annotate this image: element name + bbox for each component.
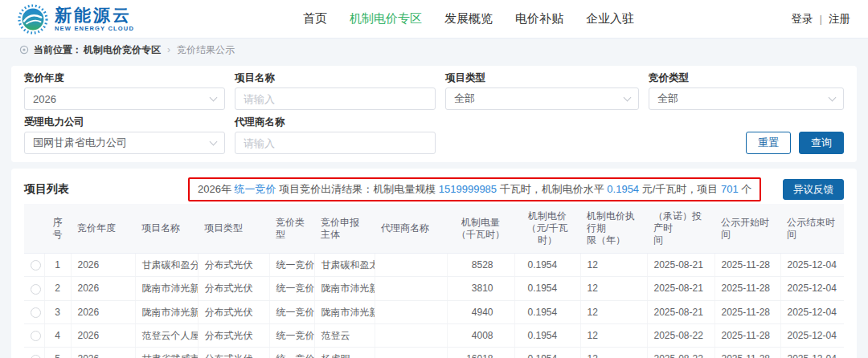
cell-price: 0.1954 bbox=[514, 348, 580, 358]
project-type-select[interactable]: 全部 bbox=[445, 87, 639, 110]
brand-logo: 新能源云 NEW ENERGY CLOUD bbox=[18, 4, 134, 35]
cell-project-type: 分布式光伏 bbox=[198, 323, 269, 347]
project-name-label: 项目名称 bbox=[235, 72, 436, 84]
header-bid-type: 竞价类型 bbox=[269, 204, 314, 254]
cell-seq: 1 bbox=[44, 254, 71, 277]
table-row: 2 2026 陇南市沛光新能... 分布式光伏 统一竞价 陇南市沛光新能... … bbox=[24, 277, 844, 300]
cell-project-name: 陇南市沛光新能... bbox=[135, 300, 198, 323]
cell-agent-name bbox=[375, 300, 447, 323]
summary-price-level: 0.1954 bbox=[607, 183, 639, 195]
breadcrumb-separator-icon: › bbox=[167, 44, 170, 55]
field-power-company: 受理电力公司 国网甘肃省电力公司 bbox=[24, 116, 225, 154]
agent-name-input[interactable] bbox=[235, 132, 436, 154]
header-agent-name: 代理商名称 bbox=[375, 204, 447, 254]
field-bid-type: 竞价类型 全部 bbox=[649, 72, 844, 110]
cell-publicity-start: 2025-11-28 bbox=[714, 300, 780, 323]
cell-agent-name bbox=[375, 323, 447, 347]
cell-commission-date: 2025-08-22 bbox=[647, 348, 714, 358]
cell-commission-date: 2025-08-22 bbox=[647, 323, 714, 347]
row-select-radio[interactable] bbox=[31, 284, 41, 295]
project-name-input[interactable] bbox=[235, 87, 436, 110]
cell-publicity-end: 2025-12-04 bbox=[780, 300, 844, 323]
cell-term: 12 bbox=[580, 277, 647, 300]
cell-project-name: 范登云个人屋顶... bbox=[135, 323, 198, 347]
project-table: 序号 竞价年度 项目名称 项目类型 竞价类型 竞价申报主体 代理商名称 机制电量… bbox=[24, 204, 844, 358]
header-bid-subject: 竞价申报主体 bbox=[314, 204, 375, 254]
row-select-radio[interactable] bbox=[31, 331, 41, 341]
cell-agent-name bbox=[375, 348, 447, 358]
cell-price: 0.1954 bbox=[514, 323, 580, 347]
brand-title: 新能源云 bbox=[55, 6, 134, 23]
summary-text: 千瓦时，机制电价水平 bbox=[497, 183, 607, 195]
nav-item-price-subsidy[interactable]: 电价补贴 bbox=[515, 11, 563, 26]
row-select-radio[interactable] bbox=[31, 260, 41, 271]
breadcrumb-current: 竞价结果公示 bbox=[177, 43, 235, 57]
header-bid-year: 竞价年度 bbox=[71, 204, 135, 254]
breadcrumb-prefix: 当前位置： bbox=[34, 43, 82, 57]
summary-bid-type: 统一竞价 bbox=[235, 183, 276, 195]
header-project-name: 项目名称 bbox=[135, 204, 198, 254]
cell-project-type: 分布式光伏 bbox=[198, 300, 269, 323]
cell-publicity-start: 2025-11-28 bbox=[714, 323, 780, 347]
cell-commission-date: 2025-08-21 bbox=[647, 300, 714, 323]
cell-bid-year: 2026 bbox=[71, 348, 135, 358]
cell-bid-type: 统一竞价 bbox=[269, 300, 314, 323]
cell-project-type: 分布式光伏 bbox=[198, 348, 269, 358]
cell-publicity-end: 2025-12-04 bbox=[780, 348, 844, 358]
row-select-radio[interactable] bbox=[31, 355, 41, 358]
cell-price: 0.1954 bbox=[514, 300, 580, 323]
field-project-type: 项目类型 全部 bbox=[445, 72, 639, 110]
nav-item-enterprise-entry[interactable]: 企业入驻 bbox=[586, 11, 634, 26]
cell-seq: 4 bbox=[44, 323, 71, 347]
header-publicity-start: 公示开始时间 bbox=[714, 204, 780, 254]
nav-item-mechanism-price-zone[interactable]: 机制电价专区 bbox=[350, 11, 422, 26]
summary-text: 元/千瓦时，项目 bbox=[639, 183, 721, 195]
power-company-select[interactable]: 国网甘肃省电力公司 bbox=[24, 132, 225, 154]
reset-button[interactable]: 重置 bbox=[746, 132, 791, 154]
chevron-down-icon bbox=[210, 94, 218, 102]
summary-text: 2026年 bbox=[198, 183, 235, 195]
row-select-radio[interactable] bbox=[31, 307, 41, 318]
bid-type-label: 竞价类型 bbox=[649, 72, 844, 84]
cell-term: 12 bbox=[580, 254, 647, 277]
clearing-result-summary: 2026年 统一竞价 项目竞价出清结果：机制电量规模 1519999985 千瓦… bbox=[188, 177, 761, 201]
power-company-value: 国网甘肃省电力公司 bbox=[33, 136, 127, 150]
cell-energy: 16018 bbox=[447, 348, 514, 358]
cell-bid-subject: 甘肃碳和盈太阳... bbox=[314, 254, 375, 277]
register-link[interactable]: 注册 bbox=[829, 12, 850, 26]
cell-bid-type: 统一竞价 bbox=[269, 277, 314, 300]
cell-term: 12 bbox=[580, 348, 647, 358]
agent-name-label: 代理商名称 bbox=[235, 116, 436, 128]
header-select bbox=[24, 204, 44, 254]
app-header: 新能源云 NEW ENERGY CLOUD 首页 机制电价专区 发展概览 电价补… bbox=[0, 0, 868, 39]
cell-bid-type: 统一竞价 bbox=[269, 323, 314, 347]
list-header: 项目列表 2026年 统一竞价 项目竞价出清结果：机制电量规模 15199999… bbox=[24, 175, 844, 204]
cell-agent-name bbox=[375, 254, 447, 277]
cell-project-name: 甘肃碳和盈分布... bbox=[135, 254, 198, 277]
objection-feedback-button[interactable]: 异议反馈 bbox=[783, 179, 844, 200]
login-link[interactable]: 登录 bbox=[791, 12, 813, 26]
header-commission-date: （承诺）投产时 间 bbox=[647, 204, 714, 254]
cell-bid-year: 2026 bbox=[71, 277, 135, 300]
nav-item-home[interactable]: 首页 bbox=[303, 11, 327, 26]
breadcrumb-section[interactable]: 机制电价竞价专区 bbox=[84, 43, 161, 57]
summary-energy-scale: 1519999985 bbox=[439, 183, 497, 195]
cell-bid-subject: 杨虎明 bbox=[314, 348, 375, 358]
header-project-type: 项目类型 bbox=[198, 204, 269, 254]
cell-bid-year: 2026 bbox=[71, 300, 135, 323]
cell-bid-year: 2026 bbox=[71, 254, 135, 277]
bid-year-select[interactable]: 2026 bbox=[24, 87, 225, 110]
cell-seq: 3 bbox=[44, 300, 71, 323]
cell-publicity-start: 2025-11-28 bbox=[714, 254, 780, 277]
location-icon bbox=[19, 45, 29, 55]
chevron-down-icon bbox=[210, 138, 218, 146]
nav-item-development-overview[interactable]: 发展概览 bbox=[444, 11, 493, 26]
project-type-label: 项目类型 bbox=[445, 72, 639, 84]
search-button[interactable]: 查询 bbox=[799, 132, 844, 154]
chevron-down-icon bbox=[624, 94, 632, 102]
bid-type-select[interactable]: 全部 bbox=[649, 87, 844, 110]
cell-publicity-end: 2025-12-04 bbox=[780, 277, 844, 300]
list-title: 项目列表 bbox=[24, 182, 69, 197]
cell-bid-year: 2026 bbox=[71, 323, 135, 347]
table-row: 4 2026 范登云个人屋顶... 分布式光伏 统一竞价 范登云 4008 0.… bbox=[24, 323, 844, 347]
